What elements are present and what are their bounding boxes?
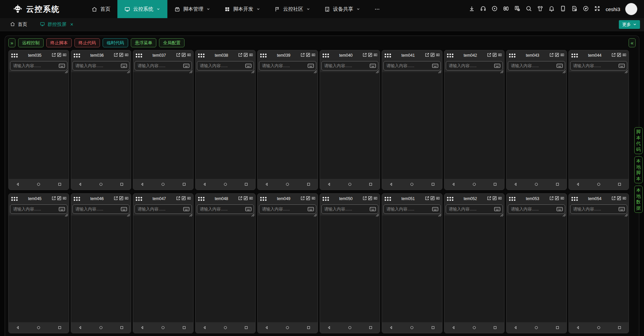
expand-button[interactable]	[306, 196, 311, 202]
card-menu-button[interactable]	[622, 52, 627, 59]
keyboard-button[interactable]	[619, 207, 625, 211]
open-remote-button[interactable]	[549, 52, 554, 59]
resize-handle[interactable]	[189, 69, 193, 72]
open-remote-button[interactable]	[611, 52, 616, 59]
android-recent-button[interactable]	[493, 182, 497, 187]
android-home-button[interactable]	[596, 325, 601, 330]
open-remote-button[interactable]	[425, 52, 430, 59]
resize-handle[interactable]	[562, 212, 566, 215]
resize-handle[interactable]	[438, 212, 441, 215]
expand-button[interactable]	[57, 196, 62, 202]
device-text-input[interactable]	[138, 207, 183, 211]
device-text-input[interactable]	[573, 63, 619, 68]
drag-dots-icon[interactable]	[260, 53, 268, 58]
keyboard-button[interactable]	[370, 63, 376, 68]
card-menu-button[interactable]	[435, 52, 440, 59]
device-text-input[interactable]	[324, 63, 370, 68]
keyboard-button[interactable]	[370, 207, 376, 211]
open-remote-button[interactable]	[425, 196, 430, 202]
drag-dots-icon[interactable]	[198, 196, 206, 202]
drag-dots-icon[interactable]	[198, 53, 206, 58]
android-back-button[interactable]	[140, 325, 145, 330]
card-menu-button[interactable]	[497, 52, 502, 59]
keyboard-button[interactable]	[59, 63, 65, 68]
navbar-action-download[interactable]	[467, 4, 477, 14]
keyboard-button[interactable]	[619, 63, 625, 68]
device-text-input[interactable]	[262, 207, 308, 211]
android-back-button[interactable]	[389, 182, 393, 187]
android-recent-button[interactable]	[244, 325, 249, 330]
resize-handle[interactable]	[127, 212, 130, 215]
open-remote-button[interactable]	[238, 196, 243, 202]
resize-handle[interactable]	[438, 69, 441, 72]
android-home-button[interactable]	[161, 325, 165, 330]
open-remote-button[interactable]	[362, 196, 367, 202]
android-recent-button[interactable]	[182, 182, 186, 187]
android-recent-button[interactable]	[431, 325, 435, 330]
device-text-input[interactable]	[262, 63, 308, 68]
android-home-button[interactable]	[596, 182, 601, 187]
card-menu-button[interactable]	[560, 196, 565, 202]
resize-handle[interactable]	[562, 69, 566, 72]
drag-dots-icon[interactable]	[322, 196, 330, 202]
navbar-action-compass[interactable]	[581, 4, 591, 14]
resize-handle[interactable]	[500, 212, 503, 215]
resize-handle[interactable]	[376, 212, 379, 215]
android-home-button[interactable]	[36, 325, 41, 330]
more-button[interactable]: 更多	[619, 20, 640, 29]
open-remote-button[interactable]	[113, 52, 118, 59]
open-remote-button[interactable]	[51, 52, 56, 59]
open-remote-button[interactable]	[176, 52, 181, 59]
device-screen[interactable]	[196, 215, 256, 322]
expand-button[interactable]	[243, 196, 248, 202]
open-remote-button[interactable]	[487, 52, 492, 59]
resize-handle[interactable]	[314, 212, 317, 215]
device-screen[interactable]	[444, 215, 504, 322]
keyboard-button[interactable]	[494, 63, 500, 68]
android-back-button[interactable]	[513, 182, 518, 187]
card-menu-button[interactable]	[435, 196, 440, 202]
card-menu-button[interactable]	[373, 196, 378, 202]
device-text-input[interactable]	[511, 63, 556, 68]
expand-button[interactable]	[492, 196, 497, 202]
android-back-button[interactable]	[202, 182, 207, 187]
open-remote-button[interactable]	[51, 196, 56, 202]
device-screen[interactable]	[506, 215, 567, 322]
device-screen[interactable]	[382, 215, 442, 322]
android-back-button[interactable]	[327, 182, 331, 187]
android-back-button[interactable]	[576, 325, 580, 330]
keyboard-button[interactable]	[59, 207, 65, 211]
android-home-button[interactable]	[347, 182, 352, 187]
android-back-button[interactable]	[576, 182, 580, 187]
collapse-right-button[interactable]: «	[629, 38, 636, 47]
resize-handle[interactable]	[625, 69, 628, 72]
device-screen[interactable]	[444, 72, 504, 179]
android-home-button[interactable]	[472, 182, 477, 187]
navbar-action-batch-80[interactable]	[501, 4, 511, 14]
android-recent-button[interactable]	[617, 325, 622, 330]
device-text-input[interactable]	[449, 207, 494, 211]
android-back-button[interactable]	[513, 325, 518, 330]
device-text-input[interactable]	[200, 207, 246, 211]
android-recent-button[interactable]	[555, 182, 560, 187]
keyboard-button[interactable]	[556, 207, 563, 211]
resize-handle[interactable]	[251, 69, 255, 72]
float-menu-button[interactable]: 悬浮菜单	[131, 38, 156, 47]
open-remote-button[interactable]	[487, 196, 492, 202]
keyboard-button[interactable]	[245, 207, 252, 211]
expand-button[interactable]	[554, 196, 559, 202]
navbar-action-search[interactable]	[524, 4, 534, 14]
drag-dots-icon[interactable]	[446, 196, 454, 202]
android-recent-button[interactable]	[119, 325, 124, 330]
resize-handle[interactable]	[65, 212, 68, 215]
android-recent-button[interactable]	[431, 182, 435, 187]
expand-button[interactable]	[492, 52, 497, 59]
device-screen[interactable]	[320, 72, 380, 179]
drag-dots-icon[interactable]	[571, 53, 579, 58]
resize-handle[interactable]	[500, 69, 503, 72]
card-menu-button[interactable]	[311, 52, 316, 59]
navbar-action-fullscreen[interactable]	[592, 4, 602, 14]
android-recent-button[interactable]	[244, 182, 249, 187]
navbar-action-file-settings[interactable]	[570, 4, 580, 14]
card-menu-button[interactable]	[62, 52, 67, 59]
